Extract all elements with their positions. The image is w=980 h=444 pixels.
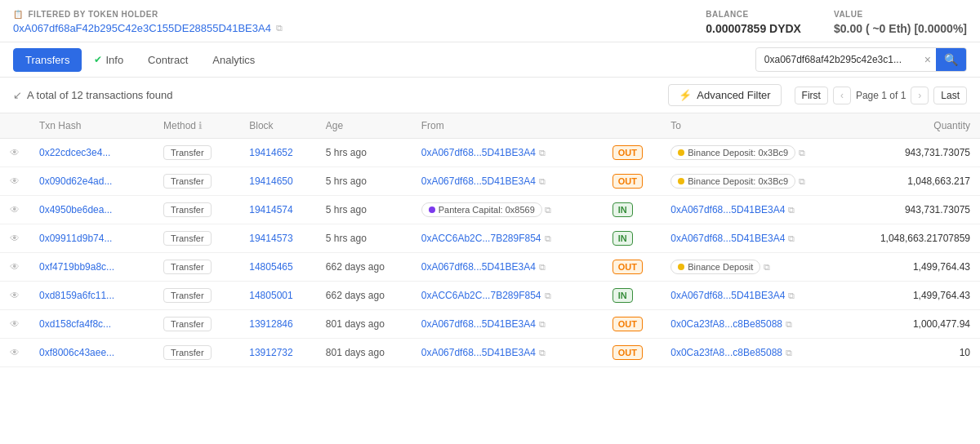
copy-to-icon[interactable]: ⧉ xyxy=(788,205,795,215)
method-badge: Transfer xyxy=(163,288,212,303)
total-text-value: A total of 12 transactions found xyxy=(27,89,173,101)
row-from: Pantera Capital: 0x8569 ⧉ xyxy=(412,196,603,224)
advanced-filter-button[interactable]: ⚡ Advanced Filter xyxy=(668,84,781,106)
next-page-button[interactable]: › xyxy=(911,87,929,104)
binance-dot xyxy=(678,178,684,184)
tx-hash-link[interactable]: 0xd8159a6fc11... xyxy=(39,290,114,301)
copy-to-icon[interactable]: ⧉ xyxy=(799,148,805,158)
row-age: 5 hrs ago xyxy=(316,139,412,167)
row-to: Binance Deposit: 0x3Bc9 ⧉ xyxy=(661,139,852,167)
block-link[interactable]: 13912846 xyxy=(249,318,292,330)
filter-icon: 📋 xyxy=(13,10,24,19)
direction-badge: OUT xyxy=(612,260,643,274)
first-page-button[interactable]: First xyxy=(795,87,828,104)
eye-icon[interactable]: 👁 xyxy=(10,290,20,301)
copy-to-icon[interactable]: ⧉ xyxy=(788,291,795,301)
row-from: 0xA067df68...5D41BE3A4 ⧉ xyxy=(412,339,603,367)
tx-hash-link[interactable]: 0x22cdcec3e4... xyxy=(39,147,110,158)
copy-to-icon[interactable]: ⧉ xyxy=(799,176,805,186)
method-badge: Transfer xyxy=(163,202,212,217)
copy-from-icon[interactable]: ⧉ xyxy=(539,348,546,358)
row-eye-col: 👁 xyxy=(0,167,29,196)
copy-from-icon[interactable]: ⧉ xyxy=(545,291,551,301)
tx-hash-link[interactable]: 0x09911d9b74... xyxy=(39,233,112,244)
transactions-table: Txn Hash Method ℹ Block Age From To Quan… xyxy=(0,113,980,367)
value-value: $0.00 ( ~0 Eth) [0.0000%] xyxy=(834,22,967,35)
eye-icon[interactable]: 👁 xyxy=(10,233,20,244)
copy-to-icon[interactable]: ⧉ xyxy=(764,262,770,272)
method-badge: Transfer xyxy=(163,260,212,274)
row-method: Transfer xyxy=(154,310,239,339)
copy-from-icon[interactable]: ⧉ xyxy=(539,262,546,273)
value-label: VALUE xyxy=(834,10,967,19)
copy-from-icon[interactable]: ⧉ xyxy=(539,148,546,158)
table-row: 👁0xf8006c43aee...Transfer13912732801 day… xyxy=(0,339,980,367)
eye-icon[interactable]: 👁 xyxy=(10,204,20,215)
last-page-button[interactable]: Last xyxy=(933,87,967,104)
search-button[interactable]: 🔍 xyxy=(936,48,966,71)
block-link[interactable]: 19414573 xyxy=(249,233,292,244)
eye-icon[interactable]: 👁 xyxy=(10,261,20,273)
block-link[interactable]: 19414574 xyxy=(249,204,292,215)
block-link[interactable]: 13912732 xyxy=(249,347,292,358)
from-address: 0xA067df68...5D41BE3A4 ⧉ xyxy=(421,318,593,330)
eye-icon[interactable]: 👁 xyxy=(10,318,20,330)
tx-hash-link[interactable]: 0x4950be6dea... xyxy=(39,204,112,215)
advanced-filter-icon: ⚡ xyxy=(679,89,692,101)
copy-from-icon[interactable]: ⧉ xyxy=(539,319,546,330)
method-badge: Transfer xyxy=(163,145,212,160)
tx-hash-link[interactable]: 0x090d62e4ad... xyxy=(39,175,112,187)
age-text: 5 hrs ago xyxy=(326,204,367,215)
eye-icon[interactable]: 👁 xyxy=(10,147,20,158)
prev-page-button[interactable]: ‹ xyxy=(833,87,851,104)
direction-badge: IN xyxy=(612,202,633,217)
eye-icon[interactable]: 👁 xyxy=(10,347,20,358)
row-method: Transfer xyxy=(154,139,239,167)
to-address: 0x0Ca23fA8...c8Be85088 ⧉ xyxy=(670,347,842,358)
filter-label: 📋 FILTERED BY TOKEN HOLDER xyxy=(13,10,673,19)
tab-analytics[interactable]: Analytics xyxy=(200,48,267,72)
copy-from-icon[interactable]: ⧉ xyxy=(545,205,551,215)
block-link[interactable]: 19414652 xyxy=(249,147,292,158)
row-block: 13912732 xyxy=(239,339,316,367)
search-input[interactable] xyxy=(756,50,920,69)
copy-to-icon[interactable]: ⧉ xyxy=(786,319,792,330)
copy-to-icon[interactable]: ⧉ xyxy=(788,233,795,244)
table-header-bar: ↙ A total of 12 transactions found ⚡ Adv… xyxy=(0,78,980,113)
tab-info[interactable]: ✔ Info xyxy=(82,48,136,72)
row-hash: 0xd158cfa4f8c... xyxy=(29,310,154,339)
block-link[interactable]: 19414650 xyxy=(249,175,292,187)
eye-icon[interactable]: 👁 xyxy=(10,175,20,187)
method-badge: Transfer xyxy=(163,345,212,360)
row-age: 801 days ago xyxy=(316,310,412,339)
block-link[interactable]: 14805001 xyxy=(249,290,292,301)
method-info-icon: ℹ xyxy=(198,120,203,131)
copy-from-icon[interactable]: ⧉ xyxy=(539,176,546,187)
age-text: 801 days ago xyxy=(326,347,385,358)
clear-search-button[interactable]: × xyxy=(920,50,936,69)
tab-contract-label: Contract xyxy=(148,54,188,66)
row-method: Transfer xyxy=(154,282,239,310)
row-eye-col: 👁 xyxy=(0,139,29,167)
tx-hash-link[interactable]: 0xf8006c43aee... xyxy=(39,347,114,358)
row-method: Transfer xyxy=(154,167,239,196)
row-eye-col: 👁 xyxy=(0,253,29,282)
col-header-txhash: Txn Hash xyxy=(29,113,154,139)
copy-from-icon[interactable]: ⧉ xyxy=(545,233,551,244)
row-block: 19414574 xyxy=(239,196,316,224)
tab-contract[interactable]: Contract xyxy=(136,48,200,72)
block-link[interactable]: 14805465 xyxy=(249,261,292,273)
table-row: 👁0xf4719bb9a8c...Transfer14805465662 day… xyxy=(0,253,980,282)
tx-hash-link[interactable]: 0xf4719bb9a8c... xyxy=(39,261,114,273)
direction-badge: OUT xyxy=(612,174,643,189)
copy-to-icon[interactable]: ⧉ xyxy=(786,348,792,358)
row-quantity: 1,048,663.217 xyxy=(852,167,980,196)
quantity-value: 1,048,663.217 xyxy=(907,175,970,187)
tx-hash-link[interactable]: 0xd158cfa4f8c... xyxy=(39,318,111,330)
copy-address-icon[interactable]: ⧉ xyxy=(276,23,283,33)
quantity-value: 1,499,764.43 xyxy=(913,290,970,301)
row-from: 0xA067df68...5D41BE3A4 ⧉ xyxy=(412,139,603,167)
quantity-value: 1,499,764.43 xyxy=(913,261,970,273)
quantity-value: 10 xyxy=(960,347,970,358)
tab-transfers[interactable]: Transfers xyxy=(13,48,82,72)
